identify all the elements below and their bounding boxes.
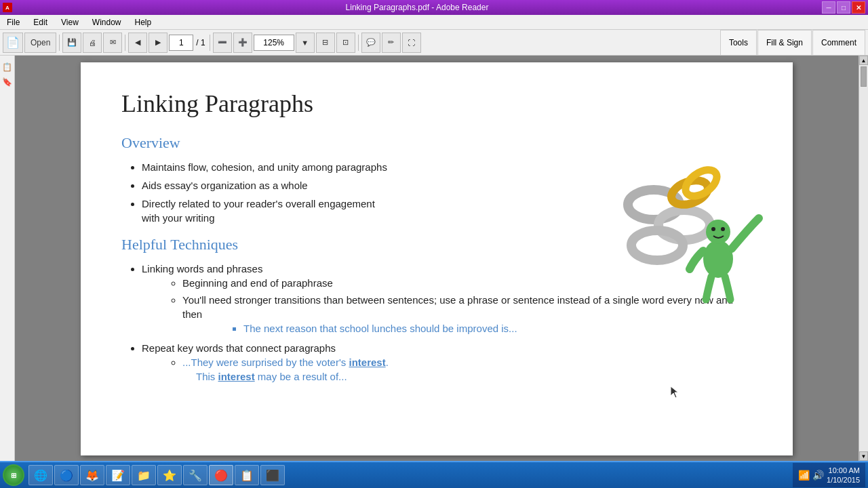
svg-point-6: [706, 220, 730, 244]
prev-page-button[interactable]: ◀: [128, 33, 147, 53]
maximize-button[interactable]: □: [837, 1, 850, 14]
scroll-track[interactable]: [859, 65, 868, 451]
markup-button[interactable]: ✏: [382, 33, 401, 53]
vertical-scrollbar[interactable]: ▲ ▼: [859, 56, 868, 461]
taskbar-word[interactable]: 📝: [106, 465, 130, 485]
start-button[interactable]: ⊞: [3, 464, 24, 486]
fit-page-button[interactable]: ⊡: [336, 33, 355, 53]
menu-file[interactable]: File: [3, 16, 24, 28]
toolbar-page-icon[interactable]: 📄: [3, 33, 23, 53]
ie-icon: 🌐: [34, 469, 47, 482]
network-icon[interactable]: 📶: [798, 470, 810, 481]
mouse-cursor: [671, 386, 679, 399]
menu-view[interactable]: View: [57, 16, 83, 28]
comment-panel-button[interactable]: Comment: [812, 30, 865, 56]
fullscreen-button[interactable]: ⛶: [402, 33, 421, 53]
taskbar-ie[interactable]: 🌐: [28, 465, 53, 485]
tools-button[interactable]: Tools: [720, 30, 757, 56]
svg-point-5: [703, 240, 733, 278]
panel-pages-icon[interactable]: 📋: [1, 61, 14, 73]
svg-point-2: [631, 230, 683, 260]
taskbar-explorer[interactable]: 📁: [132, 465, 156, 485]
panel-bookmarks-icon[interactable]: 🔖: [1, 76, 14, 88]
taskbar-star[interactable]: ⭐: [157, 465, 182, 485]
sub-2a: ...They were surprised by the voter's in…: [182, 355, 752, 384]
system-clock: 10:00 AM 1/10/2015: [827, 466, 860, 485]
next-page-button[interactable]: ▶: [149, 33, 167, 53]
sub-1b-examples: The next reason that school lunches shou…: [243, 321, 752, 336]
zoom-input[interactable]: [254, 35, 294, 51]
close-button[interactable]: ✕: [852, 1, 865, 14]
word-icon: 📝: [111, 469, 125, 482]
title-bar: A Linking Paragraphs.pdf - Adobe Reader …: [0, 0, 868, 15]
system-tray: 📶 🔊 10:00 AM 1/10/2015: [793, 463, 865, 487]
menu-window[interactable]: Window: [88, 16, 125, 28]
star-icon: ⭐: [163, 469, 176, 482]
tool-icon: 🔧: [189, 469, 202, 482]
firefox-icon: 🦊: [85, 469, 99, 482]
illustration-area: [589, 150, 766, 306]
print-button[interactable]: 🖨: [83, 33, 102, 53]
pdf-page: Linking Paragraphs Overview Maintains fl…: [81, 62, 793, 455]
taskbar-firefox[interactable]: 🦊: [80, 465, 104, 485]
open-button[interactable]: Open: [24, 33, 56, 53]
comment-tool-button[interactable]: 💬: [361, 33, 380, 53]
menu-bar: File Edit View Window Help: [0, 15, 868, 30]
taskbar-tool[interactable]: 🔧: [183, 465, 208, 485]
chrome-icon: 🔵: [60, 469, 73, 482]
taskbar: ⊞ 🌐 🔵 🦊 📝 📁 ⭐ 🔧 🔴 📋 ⬛ 📶 🔊 10:00 AM 1/10/…: [0, 461, 868, 488]
example-1: The next reason that school lunches shou…: [243, 321, 752, 336]
scroll-thumb[interactable]: [861, 66, 867, 87]
menu-help[interactable]: Help: [131, 16, 156, 28]
page-number-input[interactable]: [169, 35, 193, 51]
save-file-button[interactable]: 💾: [62, 33, 81, 53]
taskbar-adobe[interactable]: 🔴: [209, 465, 233, 485]
svg-point-8: [721, 227, 725, 231]
snip-icon: ⬛: [266, 469, 279, 482]
email-button[interactable]: ✉: [103, 33, 122, 53]
technique-2: Repeat key words that connect paragraphs…: [142, 341, 752, 384]
taskbar-pdf[interactable]: 📋: [235, 465, 259, 485]
scroll-down-button[interactable]: ▼: [859, 451, 868, 461]
menu-edit[interactable]: Edit: [29, 16, 52, 28]
toolbar: 📄 Open 💾 🖨 ✉ ◀ ▶ / 1 ➖ ➕ ▼ ⊟ ⊡ 💬 ✏ ⛶ Too…: [0, 30, 868, 56]
zoom-dropdown-button[interactable]: ▼: [296, 33, 315, 53]
pdf-scroll-area[interactable]: Linking Paragraphs Overview Maintains fl…: [15, 56, 859, 461]
zoom-out-button[interactable]: ➖: [213, 33, 232, 53]
technique-2-subs: ...They were surprised by the voter's in…: [182, 355, 752, 384]
explorer-icon: 📁: [137, 469, 151, 482]
adobe-icon: 🔴: [214, 469, 228, 482]
svg-marker-9: [671, 386, 678, 398]
taskbar-chrome[interactable]: 🔵: [54, 465, 79, 485]
scroll-up-button[interactable]: ▲: [859, 56, 868, 65]
volume-icon[interactable]: 🔊: [812, 470, 824, 481]
minimize-button[interactable]: ─: [822, 1, 835, 14]
taskbar-snip[interactable]: ⬛: [260, 465, 285, 485]
svg-point-7: [711, 227, 715, 231]
left-panel: 📋 🔖: [0, 56, 15, 461]
page-total: / 1: [196, 38, 205, 47]
zoom-in-button[interactable]: ➕: [233, 33, 252, 53]
pdf-icon: 📋: [240, 469, 254, 482]
overview-heading: Overview: [121, 134, 752, 152]
fit-width-button[interactable]: ⊟: [316, 33, 335, 53]
window-title: Linking Paragraphs.pdf - Adobe Reader: [12, 3, 822, 12]
fill-sign-button[interactable]: Fill & Sign: [757, 30, 812, 56]
document-title: Linking Paragraphs: [121, 89, 752, 118]
